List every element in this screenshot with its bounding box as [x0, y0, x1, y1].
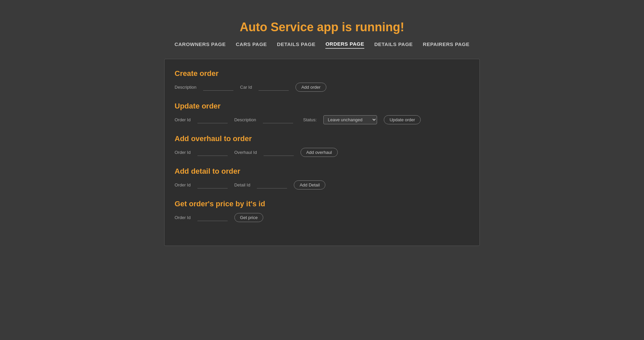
nav-details1[interactable]: DETAILS PAGE — [277, 41, 316, 48]
create-order-row: Description Car Id Add order — [175, 83, 469, 92]
add-detail-section: Add detail to order Order Id Detail Id A… — [175, 167, 469, 189]
update-order-section: Update order Order Id Description Status… — [175, 102, 469, 124]
update-order-description-label: Description — [234, 117, 256, 122]
navigation: CAROWNERS PAGE CARS PAGE DETAILS PAGE OR… — [175, 41, 470, 49]
add-detail-button[interactable]: Add Detail — [294, 180, 325, 189]
update-order-id-label: Order Id — [175, 117, 191, 122]
create-order-carid-input[interactable] — [259, 84, 289, 91]
add-overhaul-section: Add overhaul to order Order Id Overhaul … — [175, 134, 469, 157]
create-order-carid-label: Car Id — [240, 85, 252, 90]
add-overhaul-title: Add overhaul to order — [175, 134, 469, 143]
get-price-row: Order Id Get price — [175, 213, 469, 222]
detail-order-id-input[interactable] — [197, 182, 228, 188]
add-order-button[interactable]: Add order — [295, 83, 326, 92]
overhaul-id-input[interactable] — [264, 149, 294, 156]
get-price-title: Get order's price by it's id — [175, 200, 469, 208]
create-order-section: Create order Description Car Id Add orde… — [175, 69, 469, 92]
add-overhaul-button[interactable]: Add overhaul — [301, 148, 338, 157]
update-order-id-input[interactable] — [197, 117, 228, 123]
nav-repairers[interactable]: REPAIRERS PAGE — [423, 41, 469, 48]
price-order-id-label: Order Id — [175, 215, 191, 220]
get-price-section: Get order's price by it's id Order Id Ge… — [175, 200, 469, 222]
detail-id-label: Detail Id — [234, 182, 250, 187]
nav-carowners[interactable]: CAROWNERS PAGE — [175, 41, 226, 48]
status-select[interactable]: Leave unchanged Pending In Progress Comp… — [323, 115, 377, 124]
add-overhaul-row: Order Id Overhaul Id Add overhaul — [175, 148, 469, 157]
update-order-row: Order Id Description Status: Leave uncha… — [175, 115, 469, 124]
update-order-title: Update order — [175, 102, 469, 111]
main-panel: Create order Description Car Id Add orde… — [164, 59, 480, 246]
detail-order-id-label: Order Id — [175, 182, 191, 187]
create-order-description-label: Description — [175, 85, 196, 90]
nav-details2[interactable]: DETAILS PAGE — [374, 41, 413, 48]
get-price-button[interactable]: Get price — [234, 213, 264, 222]
app-title: Auto Service app is running! — [240, 20, 404, 34]
overhaul-order-id-input[interactable] — [197, 149, 228, 156]
price-order-id-input[interactable] — [197, 214, 228, 221]
add-detail-row: Order Id Detail Id Add Detail — [175, 180, 469, 189]
update-order-button[interactable]: Update order — [384, 115, 421, 124]
status-label: Status: — [303, 117, 317, 122]
detail-id-input[interactable] — [257, 182, 287, 188]
add-detail-title: Add detail to order — [175, 167, 469, 176]
overhaul-id-label: Overhaul Id — [234, 150, 257, 155]
nav-cars[interactable]: CARS PAGE — [236, 41, 267, 48]
create-order-description-input[interactable] — [203, 84, 233, 91]
overhaul-order-id-label: Order Id — [175, 150, 191, 155]
create-order-title: Create order — [175, 69, 469, 78]
update-order-description-input[interactable] — [263, 117, 293, 123]
nav-orders[interactable]: ORDERS PAGE — [325, 41, 364, 49]
